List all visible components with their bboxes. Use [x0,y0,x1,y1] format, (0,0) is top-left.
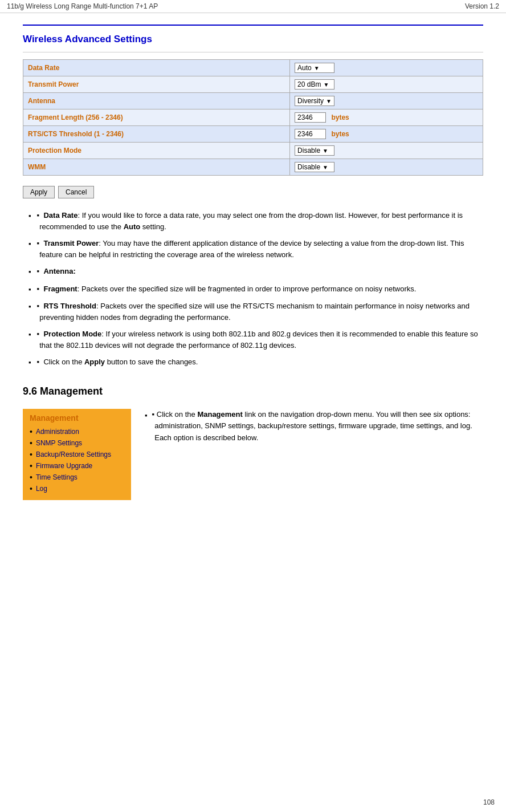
button-row: Apply Cancel [23,186,483,198]
label-antenna: Antenna [23,93,290,109]
wireless-section-title: Wireless Advanced Settings [23,34,483,45]
header-right: Version 1.2 [465,2,499,10]
page-header: 11b/g Wireless Long Range Multi-function… [0,0,506,13]
value-fragment-length: 2346 bytes [290,109,483,126]
bytes-label-fragment: bytes [331,113,349,121]
menu-link-firmware[interactable]: Firmware Upgrade [36,462,92,470]
label-rts-threshold: RTS/CTS Threshold (1 - 2346) [23,126,290,143]
bytes-label-rts: bytes [331,130,349,138]
table-row: Data Rate Auto ▼ [23,60,483,76]
list-item: ▪ Antenna: [23,266,483,278]
header-left: 11b/g Wireless Long Range Multi-function… [7,2,158,10]
value-wmm: Disable ▼ [290,159,483,176]
management-description: ▪ Click on the Management link on the na… [145,409,483,446]
menu-link-time[interactable]: Time Settings [36,473,77,481]
select-wmm[interactable]: Disable ▼ [295,162,334,172]
select-antenna[interactable]: Diversity ▼ [295,96,334,106]
menu-link-backup[interactable]: Backup/Restore Settings [36,450,111,458]
description-list: ▪ Data Rate: If you would like to force … [23,210,483,368]
value-data-rate: Auto ▼ [290,60,483,76]
table-row: Protection Mode Disable ▼ [23,143,483,159]
value-antenna: Diversity ▼ [290,93,483,109]
page-footer: 108 [483,798,495,806]
value-rts-threshold: 2346 bytes [290,126,483,143]
menu-item-administration[interactable]: Administration [30,427,124,436]
management-desc-item: ▪ Click on the Management link on the na… [145,409,483,444]
select-transmit-power[interactable]: 20 dBm ▼ [295,79,334,90]
label-data-rate: Data Rate [23,60,290,76]
menu-list: Administration SNMP Settings Backup/Rest… [30,427,124,493]
list-item: ▪ Click on the Apply button to save the … [23,356,483,368]
dropdown-arrow: ▼ [326,98,332,104]
apply-button[interactable]: Apply [23,186,55,198]
label-protection-mode: Protection Mode [23,143,290,159]
menu-item-snmp[interactable]: SNMP Settings [30,439,124,448]
menu-item-time[interactable]: Time Settings [30,473,124,482]
list-item: ▪ Protection Mode: If your wireless netw… [23,328,483,351]
label-transmit-power: Transmit Power [23,76,290,93]
input-fragment-length[interactable]: 2346 [295,112,326,123]
dropdown-arrow: ▼ [323,148,328,154]
table-row: Fragment Length (256 - 2346) 2346 bytes [23,109,483,126]
table-row: Transmit Power 20 dBm ▼ [23,76,483,93]
page-number: 108 [483,798,495,806]
management-section: 9.6 Management Management Administration… [23,385,483,500]
management-heading: 9.6 Management [23,385,483,397]
list-item: ▪ Transmit Power: You may have the diffe… [23,238,483,260]
menu-link-snmp[interactable]: SNMP Settings [36,439,82,447]
table-row: RTS/CTS Threshold (1 - 2346) 2346 bytes [23,126,483,143]
select-protection-mode[interactable]: Disable ▼ [295,145,334,156]
input-rts-threshold[interactable]: 2346 [295,129,326,139]
list-item: ▪ Data Rate: If you would like to force … [23,210,483,232]
dropdown-arrow: ▼ [323,164,328,170]
select-data-rate[interactable]: Auto ▼ [295,63,334,73]
wireless-section: Wireless Advanced Settings Data Rate Aut… [23,25,483,198]
list-item: ▪ Fragment: Packets over the specified s… [23,283,483,295]
cancel-button[interactable]: Cancel [58,186,94,198]
value-protection-mode: Disable ▼ [290,143,483,159]
menu-item-log[interactable]: Log [30,484,124,493]
menu-title: Management [30,413,124,423]
menu-item-firmware[interactable]: Firmware Upgrade [30,461,124,470]
settings-table: Data Rate Auto ▼ Transmit Power 20 dBm [23,59,483,176]
management-content: Management Administration SNMP Settings … [23,409,483,500]
management-menu: Management Administration SNMP Settings … [23,409,131,500]
label-fragment-length: Fragment Length (256 - 2346) [23,109,290,126]
table-row: Antenna Diversity ▼ [23,93,483,109]
label-wmm: WMM [23,159,290,176]
menu-item-backup[interactable]: Backup/Restore Settings [30,450,124,459]
menu-link-log[interactable]: Log [36,485,47,493]
dropdown-arrow: ▼ [323,82,329,88]
dropdown-arrow: ▼ [314,65,320,71]
list-item: ▪ RTS Threshold: Packets over the specif… [23,301,483,323]
table-row: WMM Disable ▼ [23,159,483,176]
value-transmit-power: 20 dBm ▼ [290,76,483,93]
menu-link-administration[interactable]: Administration [36,428,79,436]
